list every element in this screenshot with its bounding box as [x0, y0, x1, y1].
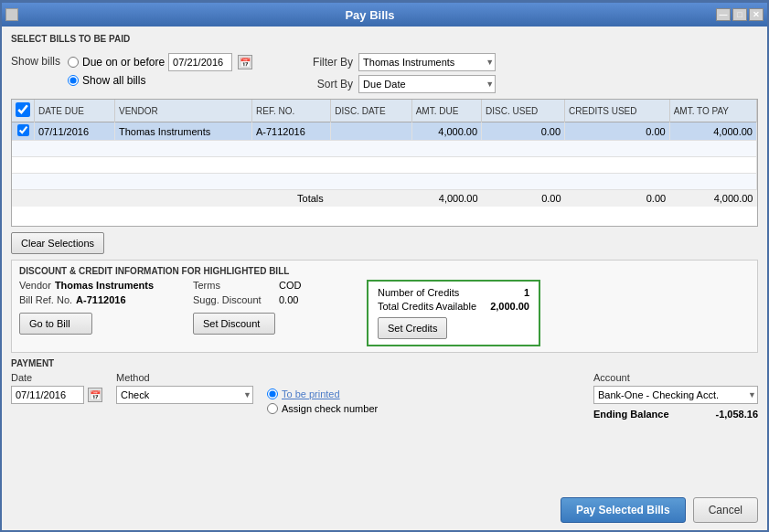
- due-date-calendar-icon[interactable]: 📅: [238, 55, 252, 69]
- sort-by-label: Sort By: [307, 78, 353, 90]
- row-date-due: 07/11/2016: [35, 122, 115, 141]
- totals-disc-used: 0.00: [482, 190, 565, 207]
- clear-btn-row: Clear Selections: [11, 232, 758, 254]
- row-checkbox[interactable]: [17, 124, 29, 136]
- cancel-button[interactable]: Cancel: [693, 497, 758, 523]
- row-credits-used: 0.00: [565, 122, 670, 141]
- payment-method-dropdown-wrapper: Check Cash Credit Card ▼: [116, 386, 253, 404]
- close-button[interactable]: ✕: [749, 8, 764, 21]
- due-date-input[interactable]: [168, 53, 232, 71]
- payment-method-dropdown[interactable]: Check Cash Credit Card: [116, 386, 253, 404]
- main-content: SELECT BILLS TO BE PAID Show bills Due o…: [2, 27, 767, 492]
- row-checkbox-cell[interactable]: [12, 122, 35, 141]
- account-dropdown-wrapper: Bank-One - Checking Acct. ▼: [593, 386, 758, 404]
- payment-date-row: 📅: [11, 386, 102, 404]
- row-ref-no: A-7112016: [252, 122, 331, 141]
- totals-amt-to-pay: 4,000.00: [669, 190, 756, 207]
- ending-balance-label: Ending Balance: [593, 409, 669, 420]
- empty-row-3: [12, 174, 757, 190]
- title-bar: Pay Bills — □ ✕: [2, 3, 767, 27]
- terms-label: Terms: [193, 280, 275, 291]
- row-amt-to-pay: 4,000.00: [669, 122, 756, 141]
- clear-selections-button[interactable]: Clear Selections: [11, 232, 104, 254]
- terms-value: COD: [279, 280, 301, 291]
- set-discount-button[interactable]: Set Discount: [193, 313, 275, 335]
- show-all-bills-row: Show all bills: [68, 74, 252, 87]
- due-on-or-before-row: Due on or before 📅: [68, 53, 252, 71]
- bill-ref-label: Bill Ref. No.: [19, 294, 72, 305]
- go-to-bill-button[interactable]: Go to Bill: [19, 313, 92, 335]
- payment-method-field: Method Check Cash Credit Card ▼: [116, 372, 253, 404]
- minimize-button[interactable]: —: [716, 8, 731, 21]
- filter-sort-section: Filter By Thomas Instruments ▼ Sort By D…: [307, 53, 496, 93]
- sort-row: Sort By Due Date ▼: [307, 75, 496, 93]
- sugg-discount-label: Sugg. Discount: [193, 294, 275, 305]
- main-window: Pay Bills — □ ✕ SELECT BILLS TO BE PAID …: [0, 0, 769, 532]
- bills-table: DATE DUE VENDOR REF. NO. DISC. DATE AMT.…: [12, 100, 757, 207]
- row-disc-used: 0.00: [482, 122, 565, 141]
- show-all-bills-label: Show all bills: [82, 74, 145, 87]
- dc-middle-col: Terms COD Sugg. Discount 0.00 Set Discou…: [193, 280, 358, 335]
- totals-row: Totals 4,000.00 0.00 0.00 4,000.00: [12, 190, 757, 207]
- credits-box: Number of Credits 1 Total Credits Availa…: [367, 280, 540, 346]
- to-be-printed-radio[interactable]: [267, 388, 278, 399]
- assign-check-radio[interactable]: [267, 403, 278, 414]
- payment-date-label: Date: [11, 372, 102, 383]
- due-on-or-before-label: Due on or before: [82, 56, 165, 69]
- payment-grid: Date 📅 Method Check Cash Credit Card: [11, 372, 758, 420]
- col-disc-used: DISC. USED: [482, 100, 565, 122]
- show-bills-radio-group: Due on or before 📅 Show all bills: [68, 53, 252, 87]
- num-credits-label: Number of Credits: [378, 287, 459, 298]
- pay-selected-bills-button[interactable]: Pay Selected Bills: [561, 497, 686, 523]
- to-be-printed-label[interactable]: To be printed: [282, 388, 340, 399]
- assign-check-row: Assign check number: [267, 403, 378, 414]
- bills-table-container: DATE DUE VENDOR REF. NO. DISC. DATE AMT.…: [11, 99, 758, 227]
- set-credits-button[interactable]: Set Credits: [378, 317, 447, 339]
- dc-vendor-row: Vendor Thomas Instruments: [19, 280, 184, 291]
- row-vendor: Thomas Instruments: [114, 122, 251, 141]
- show-bills-section: Show bills Due on or before 📅 Show all b…: [11, 53, 252, 87]
- assign-check-label: Assign check number: [282, 403, 378, 414]
- select-bills-label: SELECT BILLS TO BE PAID: [11, 34, 758, 44]
- col-checkbox[interactable]: [12, 100, 35, 122]
- col-disc-date: DISC. DATE: [331, 100, 411, 122]
- ending-balance-value: -1,058.16: [716, 409, 758, 420]
- payment-method-label: Method: [116, 372, 253, 383]
- filter-dropdown-wrapper: Thomas Instruments ▼: [358, 53, 496, 71]
- filter-dropdown[interactable]: Thomas Instruments: [358, 53, 496, 71]
- total-credits-value: 2,000.00: [490, 301, 529, 312]
- account-label: Account: [593, 372, 758, 383]
- dc-billref-row: Bill Ref. No. A-7112016: [19, 294, 184, 305]
- window-controls: — □ ✕: [716, 8, 764, 21]
- to-be-printed-row: To be printed: [267, 388, 378, 399]
- discount-credit-section: DISCOUNT & CREDIT INFORMATION FOR HIGHLI…: [11, 260, 758, 353]
- num-credits-value: 1: [524, 287, 529, 298]
- payment-radio-options: To be printed Assign check number: [267, 388, 378, 414]
- filter-by-label: Filter By: [307, 56, 353, 69]
- account-dropdown[interactable]: Bank-One - Checking Acct.: [593, 386, 758, 404]
- show-bills-label: Show bills: [11, 55, 60, 68]
- show-all-bills-radio[interactable]: [68, 75, 79, 86]
- due-on-or-before-radio[interactable]: [68, 57, 79, 68]
- footer-buttons: Pay Selected Bills Cancel: [2, 492, 767, 530]
- col-amt-due: AMT. DUE: [411, 100, 481, 122]
- window-icon: [5, 8, 24, 21]
- bill-ref-value: A-7112016: [76, 294, 125, 305]
- payment-section-label: PAYMENT: [11, 358, 758, 368]
- col-date-due: DATE DUE: [35, 100, 115, 122]
- payment-date-input[interactable]: [11, 386, 84, 404]
- vendor-label: Vendor: [19, 280, 51, 291]
- row-amt-due: 4,000.00: [411, 122, 481, 141]
- select-all-checkbox[interactable]: [16, 102, 30, 117]
- ending-balance-row: Ending Balance -1,058.16: [593, 409, 758, 420]
- maximize-button[interactable]: □: [732, 8, 747, 21]
- window-title: Pay Bills: [24, 8, 716, 22]
- totals-label: Totals: [12, 190, 331, 207]
- table-row[interactable]: 07/11/2016 Thomas Instruments A-7112016 …: [12, 122, 757, 141]
- payment-date-calendar-icon[interactable]: 📅: [88, 388, 102, 402]
- dc-sugg-row: Sugg. Discount 0.00: [193, 294, 358, 305]
- sort-dropdown[interactable]: Due Date: [358, 75, 496, 93]
- totals-amt-due: 4,000.00: [411, 190, 481, 207]
- row-disc-date: [331, 122, 411, 141]
- sort-dropdown-wrapper: Due Date ▼: [358, 75, 496, 93]
